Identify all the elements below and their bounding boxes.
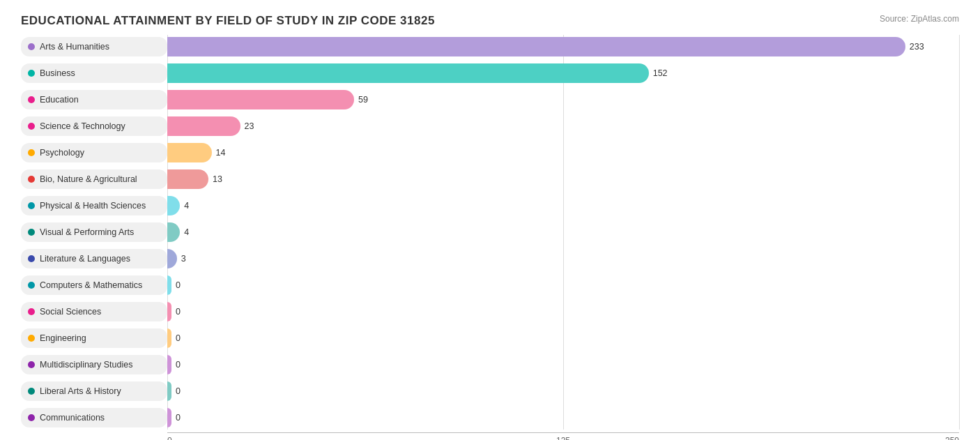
bar-row: Social Sciences0 [21, 300, 959, 324]
source-label: Source: ZipAtlas.com [880, 14, 959, 24]
bar-label-text: Psychology [40, 148, 84, 158]
bar-label: Psychology [21, 143, 167, 162]
chart-title: EDUCATIONAL ATTAINMENT BY FIELD OF STUDY… [21, 14, 435, 28]
bar-label-text: Education [40, 95, 79, 105]
bar-value: 0 [176, 386, 181, 396]
x-axis: 0 125 250 [167, 432, 959, 440]
bar-dot [28, 229, 35, 236]
bar-value: 0 [176, 360, 181, 370]
bar-track: 0 [167, 355, 959, 374]
bar-row: Bio, Nature & Agricultural13 [21, 167, 959, 191]
bar-label-text: Arts & Humanities [40, 42, 109, 52]
bar-track: 0 [167, 328, 959, 348]
bar-value: 152 [653, 68, 668, 78]
bar-track: 4 [167, 222, 959, 242]
bar-row: Education59 [21, 88, 959, 112]
bar-row: Psychology14 [21, 141, 959, 165]
bar-value: 3 [181, 254, 186, 264]
bar-fill [167, 37, 905, 56]
bar-dot [28, 43, 35, 50]
x-tick-0: 0 [167, 436, 431, 440]
bar-track: 3 [167, 249, 959, 268]
bar-value: 0 [176, 280, 181, 290]
bar-label-text: Literature & Languages [40, 254, 130, 264]
bar-value: 4 [184, 201, 189, 211]
bar-track: 4 [167, 196, 959, 215]
bar-row: Arts & Humanities233 [21, 35, 959, 59]
chart-container: EDUCATIONAL ATTAINMENT BY FIELD OF STUDY… [21, 14, 959, 440]
bar-fill [167, 355, 171, 374]
bar-value: 0 [176, 307, 181, 317]
bar-fill [167, 90, 354, 109]
bar-value: 4 [184, 227, 189, 237]
bar-row: Communications0 [21, 406, 959, 430]
bar-value: 13 [213, 174, 222, 184]
bar-dot [28, 282, 35, 289]
grid-line-2 [959, 35, 960, 430]
bar-row: Liberal Arts & History0 [21, 379, 959, 403]
bar-track: 0 [167, 381, 959, 401]
bars-container: Arts & Humanities233Business152Education… [21, 35, 959, 430]
bar-label-text: Liberal Arts & History [40, 386, 121, 396]
bar-label: Visual & Performing Arts [21, 222, 167, 242]
bar-track: 23 [167, 116, 959, 136]
bar-dot [28, 149, 35, 156]
bar-label: Computers & Mathematics [21, 275, 167, 295]
bar-fill [167, 408, 171, 427]
x-tick-250: 250 [695, 436, 959, 440]
bar-value: 59 [358, 95, 368, 105]
bar-dot [28, 308, 35, 315]
bar-track: 152 [167, 63, 959, 83]
bar-row: Science & Technology23 [21, 114, 959, 138]
bar-label: Engineering [21, 328, 167, 348]
bar-value: 0 [176, 413, 181, 423]
bar-value: 23 [245, 121, 254, 131]
bar-dot [28, 123, 35, 130]
x-tick-125: 125 [431, 436, 696, 440]
bar-dot [28, 202, 35, 209]
bar-track: 0 [167, 408, 959, 427]
bar-dot [28, 414, 35, 421]
bar-label: Bio, Nature & Agricultural [21, 169, 167, 189]
bar-track: 0 [167, 275, 959, 295]
bar-row: Business152 [21, 61, 959, 85]
bar-label-text: Engineering [40, 333, 86, 343]
bar-fill [167, 143, 212, 162]
bar-track: 233 [167, 37, 959, 56]
bar-dot [28, 255, 35, 262]
bar-label-text: Science & Technology [40, 121, 125, 131]
bar-fill [167, 302, 171, 321]
bar-label-text: Social Sciences [40, 307, 101, 317]
bar-row: Computers & Mathematics0 [21, 273, 959, 297]
bar-row: Engineering0 [21, 326, 959, 350]
bar-label: Social Sciences [21, 302, 167, 321]
bar-row: Literature & Languages3 [21, 247, 959, 271]
bar-fill [167, 222, 180, 242]
bar-dot [28, 361, 35, 368]
bar-fill [167, 196, 180, 215]
bar-label-text: Communications [40, 413, 105, 423]
bar-dot [28, 335, 35, 342]
bar-fill [167, 381, 171, 401]
bar-track: 13 [167, 169, 959, 189]
bar-fill [167, 63, 649, 83]
bar-label-text: Multidisciplinary Studies [40, 360, 132, 370]
bar-row: Visual & Performing Arts4 [21, 220, 959, 244]
bar-value: 0 [176, 333, 181, 343]
bar-row: Physical & Health Sciences4 [21, 194, 959, 218]
bar-track: 0 [167, 302, 959, 321]
bar-label-text: Business [40, 68, 75, 78]
bar-track: 59 [167, 90, 959, 109]
bar-label: Business [21, 63, 167, 83]
bar-fill [167, 116, 240, 136]
bar-dot [28, 96, 35, 103]
bar-dot [28, 70, 35, 77]
bar-label-text: Visual & Performing Arts [40, 227, 134, 237]
bar-label: Multidisciplinary Studies [21, 355, 167, 374]
bar-label: Education [21, 90, 167, 109]
bar-dot [28, 388, 35, 395]
bar-label-text: Computers & Mathematics [40, 280, 142, 290]
bar-label: Science & Technology [21, 116, 167, 136]
bar-fill [167, 275, 171, 295]
bar-value: 233 [910, 42, 924, 52]
